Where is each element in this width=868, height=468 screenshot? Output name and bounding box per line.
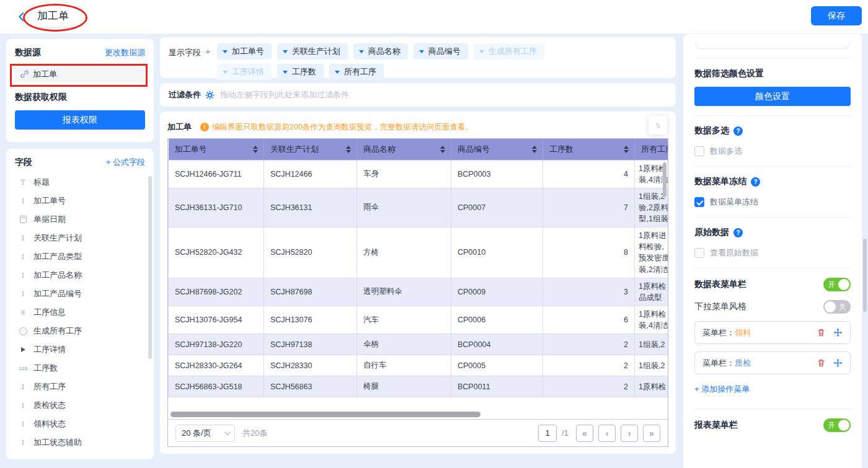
next-page-button[interactable]: › <box>621 425 638 442</box>
datasource-item[interactable]: 加工单 <box>15 66 145 82</box>
sort-order-icon[interactable]: ↑↓ <box>649 116 667 135</box>
question-icon[interactable]: ? <box>751 177 760 187</box>
vertical-scrollbar[interactable] <box>663 162 666 197</box>
cell-order: SCJH56863-JG518 <box>169 376 264 397</box>
field-chip[interactable]: 工序详情 <box>217 64 272 80</box>
field-chip[interactable]: 加工单号 <box>217 43 272 60</box>
column-header[interactable]: 工序数 <box>543 139 635 160</box>
horizontal-scrollbar[interactable] <box>170 412 480 417</box>
menu-item[interactable]: 菜单栏：领料 <box>694 321 851 344</box>
caret-down-icon <box>359 50 364 53</box>
table-row: SCJH97138-JG220SCJH97138伞柄BCP000421组装,2 <box>169 334 668 355</box>
field-item[interactable]: I关联生产计划 <box>15 229 145 247</box>
change-datasource-link[interactable]: 更改数据源 <box>105 47 145 58</box>
last-page-button[interactable]: » <box>643 425 660 442</box>
sort-arrows-icon[interactable] <box>532 146 537 153</box>
checkbox[interactable] <box>694 248 704 258</box>
column-header-label: 商品编号 <box>458 144 490 154</box>
column-header[interactable]: 所有工序 <box>635 139 668 160</box>
page-size-select[interactable]: 20 条/页 <box>175 425 235 442</box>
cell-order: SCJH97138-JG220 <box>169 334 264 355</box>
field-chip[interactable]: 工序数 <box>277 64 324 80</box>
add-field-icon[interactable]: + <box>205 46 211 72</box>
cell-plan: SCJH97138 <box>264 334 357 355</box>
field-item[interactable]: I加工产品编号 <box>15 285 145 303</box>
sort-arrows-icon[interactable] <box>440 146 445 153</box>
cell-product: 方椅 <box>357 227 451 278</box>
topbar: 加工单 保存 <box>0 0 868 34</box>
field-item[interactable]: I加工状态辅助 <box>15 433 145 452</box>
settings-panel: 数据筛选颜色设置 颜色设置 数据多选 ? 数据多选 数据菜单冻结 ? 数据菜单冻… <box>683 34 862 468</box>
field-item[interactable]: 工序详情 <box>15 340 145 359</box>
question-icon[interactable]: ? <box>733 126 743 136</box>
fields-scrollbar[interactable] <box>148 176 152 359</box>
field-item[interactable]: I加工产品类型 <box>15 247 145 266</box>
dropdown-style-toggle[interactable]: 关 <box>823 300 851 314</box>
field-item[interactable]: 单据日期 <box>15 210 145 229</box>
fields-panel: 字段 + 公式字段 T标题I加工单号单据日期I关联生产计划I加工产品类型I加工产… <box>6 149 154 459</box>
page-number-input[interactable]: 1 <box>538 425 557 442</box>
field-item[interactable]: I质检状态 <box>15 396 145 415</box>
gear-icon[interactable] <box>205 91 215 100</box>
field-item[interactable]: I加工单号 <box>15 192 145 210</box>
column-header[interactable]: 商品编号 <box>451 139 543 160</box>
save-button[interactable]: 保存 <box>811 6 862 25</box>
cell-product: 车身 <box>357 160 451 188</box>
text-icon: I <box>18 197 28 205</box>
permission-title: 数据获取权限 <box>15 92 145 103</box>
trash-icon[interactable] <box>817 328 826 337</box>
cell-count: 2 <box>543 376 635 397</box>
raw-data-checkbox-row[interactable]: 查看原始数据 <box>694 247 851 258</box>
field-item[interactable]: …生成所有工序 <box>15 322 145 340</box>
field-item[interactable]: I加工产品名称 <box>15 266 145 285</box>
sort-arrows-icon[interactable] <box>253 146 258 153</box>
text-icon: I <box>18 234 28 242</box>
back-icon[interactable] <box>16 11 27 25</box>
window-scrollbar[interactable] <box>863 239 867 312</box>
table-row: SCJH56863-JG518SCJH56863椅腿BCP001121原料检 <box>169 376 668 397</box>
report-permission-button[interactable]: 报表权限 <box>15 110 145 130</box>
field-item[interactable]: I领料状态 <box>15 415 145 433</box>
field-item[interactable]: 123工序数 <box>15 359 145 377</box>
checkbox[interactable] <box>694 146 704 156</box>
add-menu-link[interactable]: + 添加操作菜单 <box>694 384 851 395</box>
filter-panel[interactable]: 过滤条件 拖动左侧字段到此处来添加过滤条件 <box>160 83 676 107</box>
field-chips: 加工单号关联生产计划商品名称商品编号生成所有工序工序详情工序数所有工序 <box>217 43 544 72</box>
column-header[interactable]: 关联生产计划 <box>264 139 357 160</box>
prev-page-button[interactable]: ‹ <box>598 425 616 442</box>
first-page-button[interactable]: « <box>576 425 593 442</box>
column-header[interactable]: 加工单号 <box>169 139 264 160</box>
multi-select-checkbox-row[interactable]: 数据多选 <box>694 146 851 157</box>
datasource-panel: 数据源 更改数据源 加工单 数据获取权限 报表权限 <box>6 39 154 142</box>
menu-item-name: 质检 <box>735 358 751 369</box>
column-header-label: 关联生产计划 <box>270 144 319 154</box>
menu-freeze-checkbox-row[interactable]: 数据菜单冻结 <box>694 196 851 208</box>
move-icon[interactable] <box>833 328 843 337</box>
cell-code: CP0007 <box>451 188 543 227</box>
question-icon[interactable]: ? <box>733 228 743 237</box>
field-chip[interactable]: 关联生产计划 <box>277 43 348 60</box>
field-chip[interactable]: 所有工序 <box>329 64 384 80</box>
color-setting-button[interactable]: 颜色设置 <box>694 87 851 106</box>
trash-icon[interactable] <box>817 358 826 368</box>
warning-text: 编辑界面只取数据源前200条作为查询数据预览，完整数据请访问页面查看。 <box>212 122 473 133</box>
raw-data-title: 原始数据 <box>694 227 729 238</box>
field-item[interactable]: I所有工序 <box>15 377 145 396</box>
sort-arrows-icon[interactable] <box>624 146 629 153</box>
formula-field-link[interactable]: + 公式字段 <box>106 157 145 168</box>
report-menubar-title: 报表菜单栏 <box>694 420 738 431</box>
page-title[interactable]: 加工单 <box>36 9 73 28</box>
report-menubar-toggle[interactable]: 开 <box>823 418 851 432</box>
menu-item[interactable]: 菜单栏：质检 <box>694 351 851 374</box>
sort-arrows-icon[interactable] <box>346 146 351 153</box>
move-icon[interactable] <box>833 358 843 368</box>
checkbox[interactable] <box>694 197 704 207</box>
field-item[interactable]: T标题 <box>15 173 145 192</box>
column-header[interactable]: 商品名称 <box>357 139 451 160</box>
cell-count: 4 <box>543 160 635 188</box>
table-menubar-toggle[interactable]: 开 <box>823 278 851 291</box>
field-chip[interactable]: 商品编号 <box>414 43 468 60</box>
field-chip[interactable]: 商品名称 <box>353 43 408 60</box>
field-chip[interactable]: 生成所有工序 <box>474 43 544 60</box>
field-item[interactable]: ≡工序信息 <box>15 303 145 322</box>
